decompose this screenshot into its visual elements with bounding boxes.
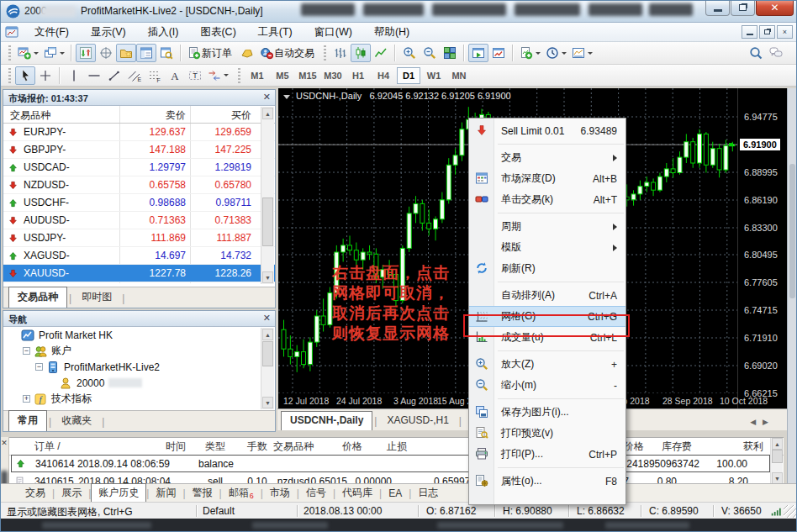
indicators-add-button[interactable]	[517, 44, 543, 62]
crosshair-mode-button[interactable]	[96, 44, 116, 62]
context-menu-item[interactable]: 模版	[469, 237, 625, 258]
menu-item[interactable]: 图表(C)	[189, 23, 246, 42]
collapse-icon[interactable]: −	[23, 347, 30, 355]
menu-item[interactable]: 窗口(W)	[303, 23, 363, 42]
terminal-tab-警报[interactable]: 警报	[186, 484, 219, 502]
resize-grip[interactable]	[784, 505, 796, 518]
tab-scroll-arrows[interactable]: ◀▶	[750, 418, 775, 426]
terminal-tab-代码库[interactable]: 代码库	[335, 484, 379, 502]
channel-tool-button[interactable]: E	[124, 66, 145, 85]
market-watch-tab[interactable]: 即时图	[73, 287, 120, 308]
profiles-button[interactable]	[41, 44, 67, 62]
menu-item[interactable]: 显示(V)	[80, 23, 137, 42]
terminal-tab-新闻[interactable]: 新闻	[149, 484, 182, 502]
context-menu-item[interactable]: 放大(Z)+	[469, 354, 625, 375]
timeframe-m15[interactable]: M15	[296, 67, 319, 84]
market-watch-row[interactable]: XAGUSD-14.69714.732	[3, 247, 275, 265]
navigator-scrollbar[interactable]: ▲ ▼	[261, 328, 274, 409]
context-menu-item[interactable]: 交易	[469, 147, 625, 168]
terminal-column-header[interactable]: 类型	[205, 438, 225, 455]
terminal-tab-展示[interactable]: 展示	[55, 484, 88, 502]
context-menu-item[interactable]: 打印(P)...Ctrl+P	[469, 444, 625, 465]
bar-chart-button[interactable]	[330, 44, 351, 62]
close-icon[interactable]: ✕	[0, 439, 8, 447]
ea-button[interactable]	[237, 44, 257, 62]
vline-tool-button[interactable]	[64, 66, 84, 85]
terminal-tab-市场[interactable]: 市场	[263, 484, 297, 502]
timeframe-h1[interactable]: H1	[346, 67, 370, 84]
context-menu-item[interactable]: 自动排列(A)Ctrl+A	[469, 285, 625, 306]
expand-icon[interactable]: +	[23, 395, 30, 403]
context-menu-item[interactable]: 缩小(m)-	[469, 375, 625, 396]
zoom-in-button[interactable]	[399, 44, 420, 62]
navigator-tree-item[interactable]: 20000	[3, 375, 275, 391]
close-icon[interactable]: ✕	[263, 92, 271, 103]
new-chart-button[interactable]	[15, 44, 41, 62]
terminal-row[interactable]: 34106152018.09.14 08:08:04sell0.10nzdusd…	[11, 473, 770, 483]
menu-item[interactable]: 插入(I)	[137, 23, 190, 42]
market-watch-row[interactable]: NZDUSD-0.657580.65780	[3, 176, 275, 194]
chart-tab[interactable]: XAGUSD-,H1	[378, 412, 457, 430]
chart-shift-button[interactable]	[76, 44, 96, 62]
terminal-row[interactable]: 34106142018.09.14 08:06:59balance1241895…	[11, 455, 770, 472]
navigator-tree-item[interactable]: Profit Market HK	[3, 327, 275, 343]
terminal-column-header[interactable]: 时间	[166, 438, 186, 455]
market-watch-row[interactable]: GBPJPY-147.188147.225	[3, 141, 275, 159]
zoom-out-button[interactable]	[420, 44, 440, 62]
context-menu-item[interactable]: 打印预览(v)	[469, 423, 625, 444]
context-menu-item[interactable]: 刷新(R)	[469, 258, 625, 279]
terminal-column-header[interactable]: 订单 /	[34, 438, 61, 455]
chart-window-icon[interactable]	[5, 25, 18, 39]
favorites-button[interactable]	[116, 44, 136, 62]
close-button[interactable]: ✕	[756, 0, 794, 16]
shapes-tool-button[interactable]	[205, 66, 231, 85]
terminal-column-header[interactable]: 库存费	[662, 438, 692, 455]
crosshair-tool-button[interactable]	[35, 66, 55, 85]
cursor-tool-button[interactable]	[15, 66, 35, 85]
hline-tool-button[interactable]	[84, 66, 104, 85]
menu-item[interactable]: 工具(T)	[247, 23, 303, 42]
navigator-tree-item[interactable]: +f技术指标	[3, 391, 275, 407]
market-watch-row[interactable]: EURJPY-129.637129.659	[3, 124, 275, 141]
chat-button[interactable]	[766, 44, 786, 62]
timeframe-d1[interactable]: D1	[397, 67, 420, 84]
context-menu-item[interactable]: 属性(o)...F8	[469, 471, 625, 492]
terminal-column-header[interactable]: 止损	[387, 438, 407, 455]
minimize-button[interactable]	[705, 0, 730, 16]
mdi-minimize-button[interactable]	[742, 25, 757, 39]
terminal-tab-信号[interactable]: 信号	[299, 484, 333, 502]
restore-button[interactable]	[731, 0, 755, 16]
tile-windows-button[interactable]	[440, 44, 460, 62]
column-symbol[interactable]: 交易品种	[10, 108, 50, 123]
terminal-tab-日志[interactable]: 日志	[411, 484, 445, 502]
terminal-column-header[interactable]: 价格	[624, 438, 644, 455]
template-button[interactable]	[569, 44, 595, 62]
chevron-down-icon[interactable]	[283, 95, 290, 99]
fibo-tool-button[interactable]: F	[145, 66, 165, 85]
terminal-tab-账户历史[interactable]: 账户历史	[91, 483, 146, 503]
column-ask[interactable]: 买价	[231, 108, 251, 123]
market-watch-row[interactable]: USDJPY-111.869111.887	[3, 229, 275, 247]
line-chart-button[interactable]	[371, 44, 391, 62]
market-watch-row[interactable]: USDCHF-0.986880.98711	[3, 194, 275, 212]
price-axis[interactable]: 6.947756.919006.889956.861906.833006.804…	[737, 88, 787, 408]
context-menu-item[interactable]: Sell Limit 0.016.93489	[469, 120, 625, 141]
chart-tab[interactable]: USDCNH-,Daily	[281, 411, 372, 430]
context-menu-item[interactable]: 保存为图片(i)...	[469, 402, 625, 423]
terminal-scrollbar[interactable]: ▲▼	[770, 438, 783, 483]
mdi-restore-button[interactable]	[759, 25, 775, 39]
search-button[interactable]	[746, 44, 766, 62]
terminal-tab-交易[interactable]: 交易	[18, 484, 52, 502]
timeframe-mn[interactable]: MN	[447, 67, 471, 84]
market-watch-row[interactable]: USDCAD-1.297971.29819	[3, 159, 275, 176]
timeframe-w1[interactable]: W1	[422, 67, 446, 84]
data-window-button[interactable]	[156, 44, 177, 62]
menu-item[interactable]: 文件(F)	[24, 23, 80, 42]
collapse-icon[interactable]: −	[35, 363, 43, 371]
terminal-tab-邮箱[interactable]: 邮箱6	[222, 484, 261, 502]
navigator-tree-item[interactable]: −账户	[3, 343, 275, 359]
periods-button[interactable]	[543, 44, 569, 62]
status-profile[interactable]: Default	[203, 505, 235, 517]
arrange-button[interactable]	[468, 44, 488, 62]
track-button[interactable]	[488, 44, 509, 62]
